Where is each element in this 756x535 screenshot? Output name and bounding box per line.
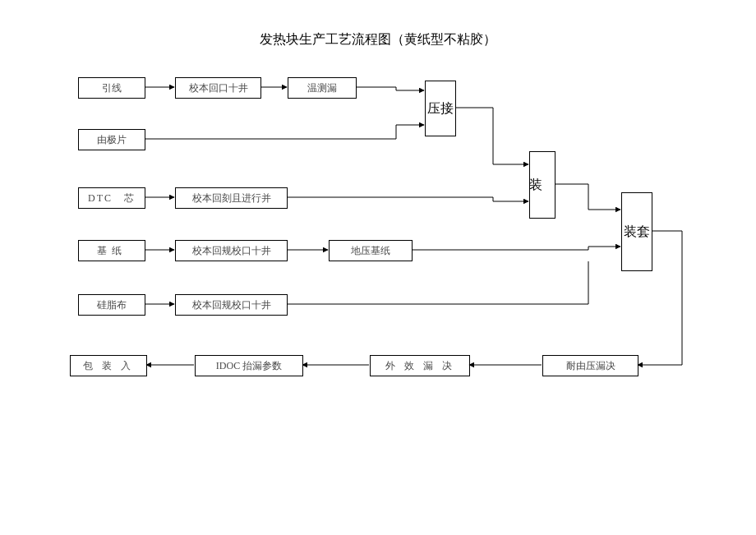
flow-arrows	[0, 0, 756, 535]
